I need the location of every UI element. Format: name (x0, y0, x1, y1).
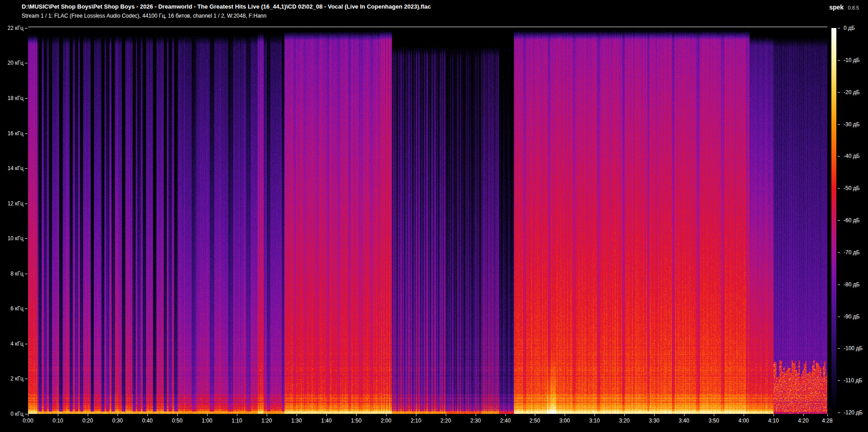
freq-tick (25, 274, 28, 274)
time-tick-label: 4:28 (815, 418, 840, 424)
time-tick-label: 1:40 (314, 418, 339, 424)
freq-tick (25, 28, 28, 28)
time-tick (654, 414, 655, 416)
time-tick (267, 414, 267, 416)
db-tick (838, 124, 840, 125)
time-tick-label: 1:50 (344, 418, 369, 424)
db-tick (838, 380, 840, 381)
time-tick (827, 414, 828, 416)
time-tick (714, 414, 714, 416)
time-tick (744, 414, 744, 416)
time-tick (177, 414, 178, 416)
freq-tick-label: 12 кГц (0, 200, 24, 207)
freq-tick (25, 309, 28, 309)
freq-tick (25, 344, 28, 344)
spek-window: { "header": { "file_path": "D:\\MUSIC\\P… (0, 0, 868, 432)
time-tick (326, 414, 327, 416)
db-tick-label: -70 дБ (844, 249, 860, 256)
time-tick-label: 2:00 (373, 418, 399, 424)
time-tick (118, 414, 118, 416)
time-tick-label: 0:20 (75, 418, 100, 424)
db-tick-label: -90 дБ (844, 313, 860, 320)
db-tick (838, 285, 840, 285)
time-tick (58, 414, 58, 416)
app-version: 0.8.5 (848, 5, 859, 10)
db-tick (838, 348, 840, 349)
db-tick-label: -120 дБ (844, 409, 863, 416)
freq-tick-label: 16 кГц (0, 130, 24, 137)
freq-tick-label: 6 кГц (0, 305, 24, 312)
time-tick (803, 414, 804, 416)
freq-tick-label: 20 кГц (0, 60, 24, 66)
db-tick (838, 252, 840, 253)
freq-tick (25, 98, 28, 99)
time-tick-label: 4:20 (791, 418, 816, 424)
time-tick-label: 2:20 (433, 418, 458, 424)
freq-tick-label: 2 кГц (0, 375, 24, 382)
spectrogram-canvas (28, 27, 827, 414)
app-brand: spek 0.8.5 (829, 3, 859, 11)
time-tick-label: 3:10 (582, 418, 607, 424)
freq-tick (25, 238, 28, 239)
app-name: spek (829, 4, 844, 11)
time-tick (147, 414, 148, 416)
freq-tick (25, 168, 28, 169)
time-tick-label: 1:00 (194, 418, 220, 424)
freq-tick-label: 10 кГц (0, 235, 24, 242)
time-tick-label: 4:00 (731, 418, 756, 424)
db-tick (838, 60, 840, 61)
db-colorbar (831, 28, 836, 413)
time-tick-label: 2:10 (403, 418, 429, 424)
db-tick-label: -60 дБ (844, 217, 860, 223)
time-tick (476, 414, 476, 416)
db-tick-label: -50 дБ (844, 185, 860, 191)
time-tick (386, 414, 387, 416)
db-tick-label: -100 дБ (844, 345, 863, 351)
time-tick-label: 2:40 (493, 418, 518, 424)
time-tick (535, 414, 535, 416)
time-tick-label: 1:20 (254, 418, 279, 424)
freq-tick-label: 8 кГц (0, 271, 24, 277)
time-tick (565, 414, 565, 416)
db-tick-label: -30 дБ (844, 121, 860, 128)
time-tick-label: 4:10 (761, 418, 786, 424)
time-tick-label: 3:30 (642, 418, 667, 424)
time-tick-label: 0:40 (135, 418, 160, 424)
time-tick (297, 414, 297, 416)
spectrogram-plot (28, 27, 827, 414)
time-tick-label: 3:50 (701, 418, 726, 424)
freq-tick (25, 379, 28, 379)
time-tick (684, 414, 684, 416)
time-tick (446, 414, 446, 416)
time-tick-label: 0:00 (15, 418, 41, 424)
freq-tick (25, 63, 28, 63)
freq-tick (25, 204, 28, 204)
time-tick-label: 0:50 (165, 418, 190, 424)
time-tick-label: 3:20 (612, 418, 637, 424)
freq-tick-label: 18 кГц (0, 95, 24, 101)
db-tick-label: -10 дБ (844, 57, 860, 63)
db-tick (838, 188, 840, 189)
freq-tick-label: 0 кГц (0, 411, 24, 417)
freq-tick (25, 133, 28, 134)
db-tick-label: -110 дБ (844, 377, 862, 384)
time-tick-label: 1:30 (284, 418, 309, 424)
time-tick (624, 414, 625, 416)
freq-tick (25, 414, 28, 414)
time-tick-label: 0:10 (45, 418, 71, 424)
db-tick-label: -20 дБ (844, 89, 860, 95)
time-tick (594, 414, 595, 416)
db-tick (838, 156, 840, 157)
freq-tick-label: 22 кГц (0, 25, 24, 31)
time-tick-label: 0:30 (105, 418, 130, 424)
db-tick (838, 28, 840, 28)
freq-tick-label: 4 кГц (0, 341, 24, 347)
db-tick-label: -80 дБ (844, 281, 860, 288)
stream-info: Stream 1 / 1: FLAC (Free Lossless Audio … (22, 13, 266, 19)
time-tick (88, 414, 88, 416)
db-tick (838, 92, 840, 93)
time-tick (28, 414, 28, 416)
db-tick-label: -40 дБ (844, 153, 860, 159)
time-tick (416, 414, 416, 416)
time-tick (237, 414, 237, 416)
